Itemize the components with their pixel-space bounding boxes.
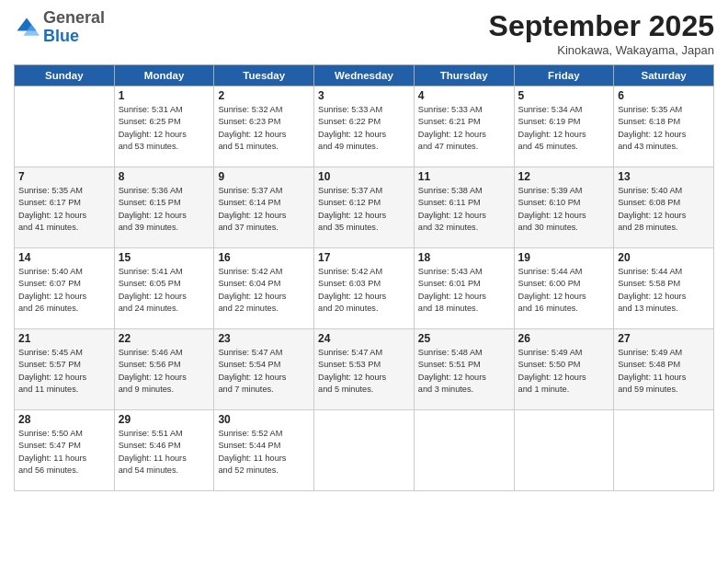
calendar-cell: 23Sunrise: 5:47 AM Sunset: 5:54 PM Dayli… bbox=[214, 329, 314, 410]
calendar-week-1: 1Sunrise: 5:31 AM Sunset: 6:25 PM Daylig… bbox=[15, 86, 714, 167]
calendar-cell: 15Sunrise: 5:41 AM Sunset: 6:05 PM Dayli… bbox=[114, 248, 214, 329]
cell-info: Sunrise: 5:48 AM Sunset: 5:51 PM Dayligh… bbox=[418, 347, 510, 396]
calendar-cell: 12Sunrise: 5:39 AM Sunset: 6:10 PM Dayli… bbox=[514, 167, 614, 248]
cell-info: Sunrise: 5:35 AM Sunset: 6:18 PM Dayligh… bbox=[618, 104, 710, 153]
day-number: 11 bbox=[418, 170, 510, 183]
cell-info: Sunrise: 5:41 AM Sunset: 6:05 PM Dayligh… bbox=[119, 266, 210, 315]
cell-info: Sunrise: 5:42 AM Sunset: 6:04 PM Dayligh… bbox=[218, 266, 310, 315]
cell-info: Sunrise: 5:51 AM Sunset: 5:46 PM Dayligh… bbox=[119, 428, 210, 477]
calendar-week-3: 14Sunrise: 5:40 AM Sunset: 6:07 PM Dayli… bbox=[15, 248, 714, 329]
day-number: 24 bbox=[318, 332, 410, 345]
cell-info: Sunrise: 5:35 AM Sunset: 6:17 PM Dayligh… bbox=[18, 185, 110, 234]
calendar-cell: 30Sunrise: 5:52 AM Sunset: 5:44 PM Dayli… bbox=[214, 410, 314, 491]
calendar-cell: 24Sunrise: 5:47 AM Sunset: 5:53 PM Dayli… bbox=[314, 329, 415, 410]
calendar-cell: 9Sunrise: 5:37 AM Sunset: 6:14 PM Daylig… bbox=[214, 167, 314, 248]
calendar-cell bbox=[15, 86, 115, 167]
calendar-cell: 11Sunrise: 5:38 AM Sunset: 6:11 PM Dayli… bbox=[414, 167, 514, 248]
logo-general-text: General bbox=[43, 8, 105, 27]
title-block: September 2025 Kinokawa, Wakayama, Japan bbox=[489, 9, 714, 57]
day-number: 17 bbox=[318, 251, 410, 264]
day-number: 7 bbox=[18, 170, 110, 183]
cell-info: Sunrise: 5:37 AM Sunset: 6:12 PM Dayligh… bbox=[318, 185, 410, 234]
weekday-header-tuesday: Tuesday bbox=[214, 65, 314, 86]
calendar-cell: 18Sunrise: 5:43 AM Sunset: 6:01 PM Dayli… bbox=[414, 248, 514, 329]
day-number: 4 bbox=[418, 89, 510, 102]
calendar-cell: 13Sunrise: 5:40 AM Sunset: 6:08 PM Dayli… bbox=[614, 167, 714, 248]
cell-info: Sunrise: 5:42 AM Sunset: 6:03 PM Dayligh… bbox=[318, 266, 410, 315]
calendar-cell: 25Sunrise: 5:48 AM Sunset: 5:51 PM Dayli… bbox=[414, 329, 514, 410]
calendar-cell: 26Sunrise: 5:49 AM Sunset: 5:50 PM Dayli… bbox=[514, 329, 614, 410]
cell-info: Sunrise: 5:52 AM Sunset: 5:44 PM Dayligh… bbox=[218, 428, 310, 477]
calendar-cell: 3Sunrise: 5:33 AM Sunset: 6:22 PM Daylig… bbox=[314, 86, 415, 167]
day-number: 22 bbox=[119, 332, 210, 345]
calendar-week-4: 21Sunrise: 5:45 AM Sunset: 5:57 PM Dayli… bbox=[15, 329, 714, 410]
cell-info: Sunrise: 5:44 AM Sunset: 6:00 PM Dayligh… bbox=[518, 266, 610, 315]
day-number: 5 bbox=[518, 89, 610, 102]
cell-info: Sunrise: 5:47 AM Sunset: 5:54 PM Dayligh… bbox=[218, 347, 310, 396]
day-number: 25 bbox=[418, 332, 510, 345]
calendar-cell: 1Sunrise: 5:31 AM Sunset: 6:25 PM Daylig… bbox=[114, 86, 214, 167]
weekday-header-thursday: Thursday bbox=[414, 65, 514, 86]
day-number: 21 bbox=[18, 332, 110, 345]
calendar-cell: 21Sunrise: 5:45 AM Sunset: 5:57 PM Dayli… bbox=[15, 329, 115, 410]
calendar-cell: 22Sunrise: 5:46 AM Sunset: 5:56 PM Dayli… bbox=[114, 329, 214, 410]
weekday-header-sunday: Sunday bbox=[15, 65, 115, 86]
day-number: 19 bbox=[518, 251, 610, 264]
cell-info: Sunrise: 5:32 AM Sunset: 6:23 PM Dayligh… bbox=[218, 104, 310, 153]
logo: General Blue bbox=[14, 9, 105, 46]
calendar-cell: 5Sunrise: 5:34 AM Sunset: 6:19 PM Daylig… bbox=[514, 86, 614, 167]
calendar-cell: 17Sunrise: 5:42 AM Sunset: 6:03 PM Dayli… bbox=[314, 248, 415, 329]
day-number: 20 bbox=[618, 251, 710, 264]
cell-info: Sunrise: 5:50 AM Sunset: 5:47 PM Dayligh… bbox=[18, 428, 110, 477]
cell-info: Sunrise: 5:33 AM Sunset: 6:21 PM Dayligh… bbox=[418, 104, 510, 153]
day-number: 26 bbox=[518, 332, 610, 345]
day-number: 14 bbox=[18, 251, 110, 264]
calendar-cell: 29Sunrise: 5:51 AM Sunset: 5:46 PM Dayli… bbox=[114, 410, 214, 491]
cell-info: Sunrise: 5:36 AM Sunset: 6:15 PM Dayligh… bbox=[119, 185, 210, 234]
cell-info: Sunrise: 5:45 AM Sunset: 5:57 PM Dayligh… bbox=[18, 347, 110, 396]
header: General Blue September 2025 Kinokawa, Wa… bbox=[14, 9, 714, 57]
cell-info: Sunrise: 5:40 AM Sunset: 6:07 PM Dayligh… bbox=[18, 266, 110, 315]
day-number: 6 bbox=[618, 89, 710, 102]
cell-info: Sunrise: 5:47 AM Sunset: 5:53 PM Dayligh… bbox=[318, 347, 410, 396]
cell-info: Sunrise: 5:49 AM Sunset: 5:48 PM Dayligh… bbox=[618, 347, 710, 396]
day-number: 29 bbox=[119, 413, 210, 426]
cell-info: Sunrise: 5:46 AM Sunset: 5:56 PM Dayligh… bbox=[119, 347, 210, 396]
weekday-header-row: SundayMondayTuesdayWednesdayThursdayFrid… bbox=[15, 65, 714, 86]
day-number: 10 bbox=[318, 170, 410, 183]
day-number: 8 bbox=[119, 170, 210, 183]
cell-info: Sunrise: 5:31 AM Sunset: 6:25 PM Dayligh… bbox=[119, 104, 210, 153]
day-number: 27 bbox=[618, 332, 710, 345]
day-number: 18 bbox=[418, 251, 510, 264]
calendar-cell: 6Sunrise: 5:35 AM Sunset: 6:18 PM Daylig… bbox=[614, 86, 714, 167]
calendar-cell: 2Sunrise: 5:32 AM Sunset: 6:23 PM Daylig… bbox=[214, 86, 314, 167]
calendar-cell bbox=[314, 410, 415, 491]
day-number: 3 bbox=[318, 89, 410, 102]
cell-info: Sunrise: 5:33 AM Sunset: 6:22 PM Dayligh… bbox=[318, 104, 410, 153]
calendar-week-2: 7Sunrise: 5:35 AM Sunset: 6:17 PM Daylig… bbox=[15, 167, 714, 248]
day-number: 28 bbox=[18, 413, 110, 426]
page: General Blue September 2025 Kinokawa, Wa… bbox=[0, 0, 728, 563]
cell-info: Sunrise: 5:34 AM Sunset: 6:19 PM Dayligh… bbox=[518, 104, 610, 153]
weekday-header-saturday: Saturday bbox=[614, 65, 714, 86]
weekday-header-wednesday: Wednesday bbox=[314, 65, 415, 86]
cell-info: Sunrise: 5:43 AM Sunset: 6:01 PM Dayligh… bbox=[418, 266, 510, 315]
calendar-week-5: 28Sunrise: 5:50 AM Sunset: 5:47 PM Dayli… bbox=[15, 410, 714, 491]
day-number: 12 bbox=[518, 170, 610, 183]
day-number: 30 bbox=[218, 413, 310, 426]
calendar-table: SundayMondayTuesdayWednesdayThursdayFrid… bbox=[14, 64, 714, 491]
day-number: 9 bbox=[218, 170, 310, 183]
cell-info: Sunrise: 5:38 AM Sunset: 6:11 PM Dayligh… bbox=[418, 185, 510, 234]
calendar-cell: 28Sunrise: 5:50 AM Sunset: 5:47 PM Dayli… bbox=[15, 410, 115, 491]
weekday-header-friday: Friday bbox=[514, 65, 614, 86]
day-number: 1 bbox=[119, 89, 210, 102]
calendar-cell: 8Sunrise: 5:36 AM Sunset: 6:15 PM Daylig… bbox=[114, 167, 214, 248]
month-title: September 2025 bbox=[489, 9, 714, 43]
logo-icon bbox=[14, 15, 40, 40]
calendar-cell: 14Sunrise: 5:40 AM Sunset: 6:07 PM Dayli… bbox=[15, 248, 115, 329]
logo-blue-text: Blue bbox=[43, 27, 79, 45]
calendar-cell bbox=[414, 410, 514, 491]
calendar-cell: 16Sunrise: 5:42 AM Sunset: 6:04 PM Dayli… bbox=[214, 248, 314, 329]
calendar-cell: 20Sunrise: 5:44 AM Sunset: 5:58 PM Dayli… bbox=[614, 248, 714, 329]
weekday-header-monday: Monday bbox=[114, 65, 214, 86]
